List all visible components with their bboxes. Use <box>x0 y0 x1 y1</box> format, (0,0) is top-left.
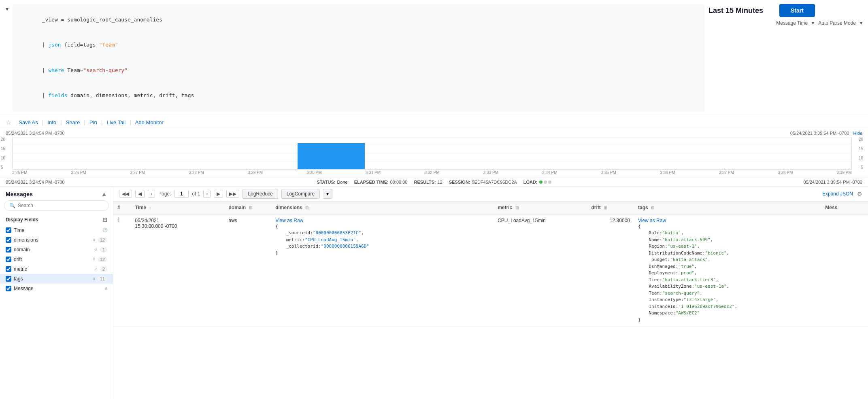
query-line-1: _view = sumologic_root_cause_anomalies <box>42 17 162 23</box>
chart-area: 20 15 10 5 20 15 10 5 <box>12 137 852 178</box>
field-item-domain: domain a 1 <box>0 245 113 255</box>
session-label: SESSION: <box>449 180 470 185</box>
col-header-dimensions[interactable]: dimensions ⊞ <box>271 202 494 214</box>
search-box[interactable]: 🔍 <box>4 200 109 211</box>
search-input[interactable] <box>18 203 104 208</box>
timeline-start-time: 05/24/2021 3:24:54 PM -0700 <box>6 131 65 136</box>
page-of-label: of 1 <box>192 191 200 197</box>
cell-dimensions: View as Raw { _sourceid:"000000000853F21… <box>271 214 494 327</box>
status-item-elapsed: ELAPSED TIME: 00:00:00 <box>354 180 408 185</box>
cell-metric: CPU_LoadAvg_15min <box>494 214 587 327</box>
cell-domain: aws <box>225 214 272 327</box>
load-dots <box>539 180 551 184</box>
live-tail-button[interactable]: Live Tail <box>104 119 128 126</box>
parse-mode-label: Auto Parse Mode <box>818 20 856 26</box>
log-compare-button[interactable]: LogCompare <box>281 189 320 199</box>
query-options: Message Time ▾ Auto Parse Mode ▾ <box>776 20 862 26</box>
col-header-domain[interactable]: domain ⊞ <box>225 202 272 214</box>
cell-drift: 12.30000 <box>587 214 634 327</box>
page-input[interactable] <box>174 190 189 198</box>
query-panel: ▾ _view = sumologic_root_cause_anomalies… <box>0 0 868 116</box>
col-header-time[interactable]: Time ↕ <box>131 202 224 214</box>
chevron-down-icon: ▾ <box>812 20 814 26</box>
y-labels-left: 20 15 10 5 <box>1 137 5 170</box>
col-header-mess: Mess <box>821 202 868 214</box>
display-fields-icon[interactable]: ⊟ <box>102 216 107 223</box>
field-item-message: Message a <box>0 284 113 293</box>
status-bar: 05/24/2021 3:24:54 PM -0700 STATUS: Done… <box>0 178 868 187</box>
load-dot-gray-2 <box>548 180 551 184</box>
status-value: Done <box>337 180 347 185</box>
status-bar-left-time: 05/24/2021 3:24:54 PM -0700 <box>6 180 65 185</box>
y-labels-right: 20 15 10 5 <box>859 137 863 170</box>
field-item-dimensions: dimensions a 12 <box>0 235 113 245</box>
next-page-small-button[interactable]: › <box>203 190 211 198</box>
field-item-drift: drift # 12 <box>0 255 113 264</box>
col-header-num: # <box>113 202 131 214</box>
pin-button[interactable]: Pin <box>87 119 100 126</box>
expand-json-link[interactable]: Expand JSON <box>822 191 853 197</box>
results-value: 12 <box>438 180 443 185</box>
start-button[interactable]: Start <box>779 4 815 17</box>
data-table: # Time ↕ domain ⊞ dimensions ⊞ metric ⊞ … <box>113 202 868 327</box>
table-settings-icon[interactable]: ⚙ <box>857 191 862 197</box>
field-checkbox-domain[interactable] <box>6 247 11 253</box>
status-item-status: STATUS: Done <box>317 180 347 185</box>
col-header-drift[interactable]: drift ⊞ <box>587 202 634 214</box>
main-content: Messages ▲ 🔍 Display Fields ⊟ Time 🕐 <box>0 187 868 399</box>
field-checkbox-tags[interactable] <box>6 276 11 282</box>
next-page-button[interactable]: ▶ <box>214 190 223 198</box>
field-checkbox-drift[interactable] <box>6 257 11 262</box>
table-row: 1 05/24/202115:30:00.000 -0700 aws View … <box>113 214 868 327</box>
add-monitor-button[interactable]: Add Monitor <box>133 119 166 126</box>
status-item-load: LOAD: <box>523 180 551 185</box>
share-button[interactable]: Share <box>64 119 83 126</box>
elapsed-value: 00:00:00 <box>390 180 408 185</box>
log-compare-dropdown[interactable]: ▾ <box>323 189 332 199</box>
prev-page-small-button[interactable]: ‹ <box>148 190 155 198</box>
collapse-button[interactable]: ▾ <box>6 6 9 12</box>
first-page-button[interactable]: ◀◀ <box>119 190 132 198</box>
chevron-down-icon-2: ▾ <box>860 20 862 26</box>
cell-num: 1 <box>113 214 131 327</box>
star-icon[interactable]: ☆ <box>6 119 11 126</box>
elapsed-label: ELAPSED TIME: <box>354 180 389 185</box>
display-fields-title: Display Fields <box>6 217 38 223</box>
prev-page-button[interactable]: ◀ <box>135 190 145 198</box>
table-toolbar: ◀◀ ◀ ‹ Page: of 1 › ▶ ▶▶ LogReduce LogCo… <box>113 187 868 202</box>
toolbar: ☆ Save As | Info | Share | Pin | Live Ta… <box>0 116 868 129</box>
load-label: LOAD: <box>523 180 538 185</box>
field-checkbox-message[interactable] <box>6 286 11 291</box>
status-label: STATUS: <box>317 180 335 185</box>
results-label: RESULTS: <box>414 180 436 185</box>
tags-view-raw[interactable]: View as Raw <box>638 218 666 223</box>
col-header-metric[interactable]: metric ⊞ <box>494 202 587 214</box>
timeline-end-time: 05/24/2021 3:39:54 PM -0700 <box>790 131 849 136</box>
log-reduce-button[interactable]: LogReduce <box>243 189 278 199</box>
last-page-button[interactable]: ▶▶ <box>226 190 239 198</box>
messages-header: Messages ▲ <box>0 187 113 200</box>
field-list: Time 🕐 dimensions a 12 domain a 1 <box>0 225 113 399</box>
field-item-tags: tags a 11 <box>0 274 113 284</box>
message-time-label: Message Time <box>776 20 808 26</box>
query-editor[interactable]: _view = sumologic_root_cause_anomalies |… <box>13 4 704 112</box>
session-value: 5EDF45A7DC96DC2A <box>472 180 517 185</box>
field-checkbox-metric[interactable] <box>6 266 11 272</box>
save-as-button[interactable]: Save As <box>16 119 40 126</box>
time-range-label: Last 15 Minutes <box>708 6 763 15</box>
cell-tags: View as Raw { Role:"katta", Name:"katta-… <box>634 214 821 327</box>
display-fields-header: Display Fields ⊟ <box>0 214 113 225</box>
field-checkbox-dimensions[interactable] <box>6 237 11 243</box>
scroll-up-icon[interactable]: ▲ <box>101 191 107 198</box>
field-checkbox-time[interactable] <box>6 227 11 233</box>
info-button[interactable]: Info <box>45 119 59 126</box>
dimensions-view-raw[interactable]: View as Raw <box>275 218 303 223</box>
x-labels: 3:25 PM 3:26 PM 3:27 PM 3:28 PM 3:29 PM … <box>12 170 852 175</box>
search-icon: 🔍 <box>9 203 15 208</box>
chart-bar <box>298 143 365 169</box>
cell-time: 05/24/202115:30:00.000 -0700 <box>131 214 224 327</box>
timeline-container: 05/24/2021 3:24:54 PM -0700 05/24/2021 3… <box>0 129 868 178</box>
col-header-tags[interactable]: tags ⊞ <box>634 202 821 214</box>
hide-timeline-button[interactable]: Hide <box>853 131 862 136</box>
status-item-results: RESULTS: 12 <box>414 180 442 185</box>
